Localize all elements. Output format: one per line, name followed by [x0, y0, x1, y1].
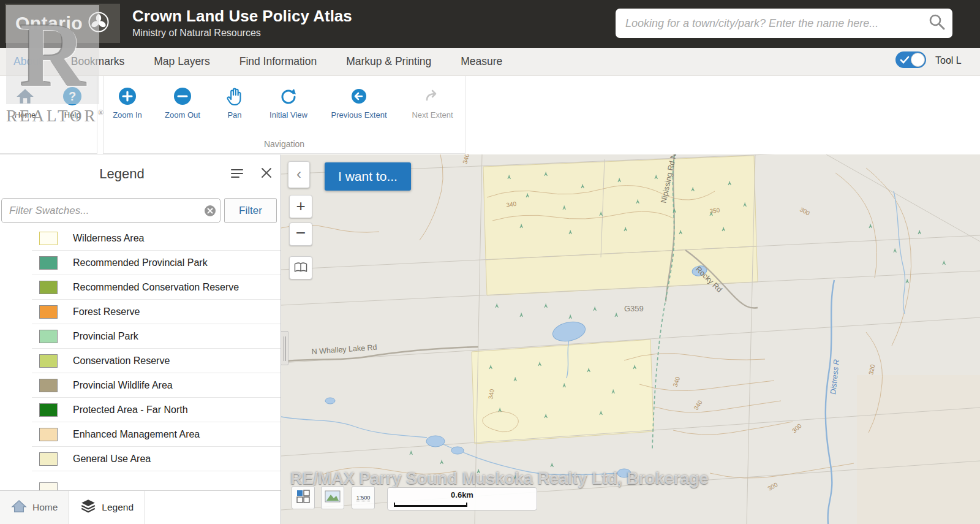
basemap-button[interactable]: [321, 486, 344, 509]
scale-ratio-button[interactable]: 1:500: [352, 486, 375, 509]
legend-swatch: [39, 354, 58, 368]
layers-icon: [80, 499, 96, 516]
search-input[interactable]: [625, 17, 928, 30]
legend-list: Wilderness AreaRecommended Provincial Pa…: [0, 226, 281, 491]
book-icon: [293, 265, 309, 276]
tab-about[interactable]: About: [13, 55, 42, 68]
map-canvas[interactable]: Nipissing Rd N Rocky Rd N Whalley Lake R…: [281, 154, 980, 524]
contour-elevation-label: 350: [709, 207, 720, 215]
page-title: Crown Land Use Policy Atlas: [132, 7, 352, 26]
main-menu-bar: About Bookmarks Map Layers Find Informat…: [0, 48, 980, 76]
legend-header: Legend: [0, 155, 281, 193]
panel-splitter-handle[interactable]: [281, 331, 288, 365]
map-zoom-out-button[interactable]: −: [289, 222, 312, 246]
tab-bookmarks[interactable]: Bookmarks: [71, 55, 125, 68]
basemap-icon: [325, 490, 341, 505]
legend-item-label: General Use Area: [73, 454, 151, 465]
collapse-panel-button[interactable]: ‹: [288, 161, 310, 188]
filter-button[interactable]: Filter: [224, 198, 277, 223]
clear-filter-icon[interactable]: [204, 205, 216, 219]
app-header: Ontario Crown Land Use Policy Atlas Mini…: [0, 0, 980, 48]
legend-swatch: [39, 330, 58, 343]
legend-swatch: [39, 232, 58, 245]
previous-extent-tool[interactable]: Previous Extent: [330, 85, 388, 120]
previous-extent-icon: [330, 85, 388, 108]
toolbar-group-label: Navigation: [104, 139, 465, 149]
legend-item: General Use Area: [32, 447, 281, 471]
legend-item: Protected Area - Far North: [32, 398, 281, 422]
scale-ratio-value: 1:500: [356, 495, 371, 501]
legend-swatch: [39, 379, 58, 392]
legend-item: Enhanced Management Area: [32, 422, 281, 447]
legend-item: Forest Reserve: [32, 300, 281, 324]
next-extent-tool[interactable]: Next Extent: [403, 85, 462, 120]
toggle-knob: [911, 53, 925, 67]
legend-item-partial: [39, 482, 58, 491]
tab-markup-printing[interactable]: Markup & Printing: [346, 55, 431, 68]
zoom-out-tool[interactable]: Zoom Out: [153, 85, 212, 120]
close-icon[interactable]: [261, 167, 272, 181]
tab-measure[interactable]: Measure: [461, 55, 502, 68]
legend-item-label: Protected Area - Far North: [73, 404, 188, 416]
legend-item-label: Conservation Reserve: [73, 355, 170, 366]
footer-tab-legend[interactable]: Legend: [69, 491, 145, 524]
legend-title: Legend: [0, 166, 244, 182]
zoom-in-tool[interactable]: Zoom In: [98, 85, 157, 120]
tab-find-information[interactable]: Find Information: [239, 55, 317, 68]
scale-bar: 0.6km: [387, 487, 537, 511]
initial-view-tool[interactable]: Initial View: [259, 85, 318, 120]
search-icon[interactable]: [928, 13, 946, 34]
home-icon: [11, 499, 27, 516]
next-extent-icon: [403, 85, 462, 108]
legend-swatch: [39, 403, 58, 417]
help-icon: ?: [43, 85, 102, 108]
legend-swatch: [39, 256, 58, 270]
ontario-logo-text: Ontario: [15, 13, 83, 34]
legend-item: Conservation Reserve: [32, 349, 281, 373]
panel-footer: Home Legend: [0, 490, 281, 524]
zoom-in-icon: [98, 85, 157, 108]
legend-item: Provincial Wildlife Area: [32, 373, 281, 398]
legend-item: Recommended Conservation Reserve: [32, 275, 281, 300]
legend-item: Wilderness Area: [32, 226, 281, 251]
pan-tool[interactable]: Pan: [205, 85, 264, 120]
legend-filter-row: Filter: [0, 194, 281, 226]
scale-bar-label: 0.6km: [388, 490, 537, 499]
search-box: [616, 9, 952, 38]
toolbar: Home ? Help Zoom In: [0, 76, 980, 154]
bookmarks-button[interactable]: [289, 256, 312, 279]
legend-swatch: [39, 452, 58, 466]
panel-menu-icon[interactable]: [230, 167, 244, 182]
tab-map-layers[interactable]: Map Layers: [154, 55, 209, 68]
check-icon: [900, 55, 910, 64]
legend-swatch: [39, 428, 58, 441]
tool-labels-label: Tool L: [935, 55, 962, 66]
legend-item-label: Recommended Provincial Park: [73, 257, 208, 268]
overview-map-icon: [296, 489, 311, 506]
page-subtitle: Ministry of Natural Resources: [132, 28, 261, 39]
toolbar-home-group: Home ? Help: [0, 76, 97, 154]
map-zoom-in-button[interactable]: +: [289, 195, 312, 218]
tool-labels-toggle[interactable]: [895, 51, 926, 68]
ontario-logo: Ontario: [5, 4, 120, 43]
zoom-out-icon: [153, 85, 212, 108]
footer-tab-home[interactable]: Home: [0, 491, 69, 524]
trillium-icon: [88, 11, 110, 36]
scale-bar-rule: [394, 503, 467, 507]
pan-hand-icon: [205, 85, 264, 108]
svg-text:?: ?: [69, 89, 76, 103]
legend-swatch: [39, 305, 58, 319]
overview-map-button[interactable]: [292, 486, 315, 509]
legend-panel: Legend Filter Wilderness AreaRecommended…: [0, 154, 281, 524]
filter-swatches-input[interactable]: [1, 198, 221, 223]
legend-item-label: Enhanced Management Area: [73, 429, 200, 440]
legend-item: Provincial Park: [32, 324, 281, 349]
legend-item-label: Provincial Wildlife Area: [73, 380, 173, 391]
legend-item-label: Provincial Park: [73, 331, 138, 342]
help-button[interactable]: ? Help: [43, 85, 102, 120]
legend-item-label: Recommended Conservation Reserve: [73, 282, 239, 293]
legend-item: Recommended Provincial Park: [32, 251, 281, 275]
i-want-to-button[interactable]: I want to...: [325, 162, 411, 191]
toolbar-navigation-group: Zoom In Zoom Out Pan: [103, 76, 466, 154]
legend-swatch: [39, 281, 58, 294]
